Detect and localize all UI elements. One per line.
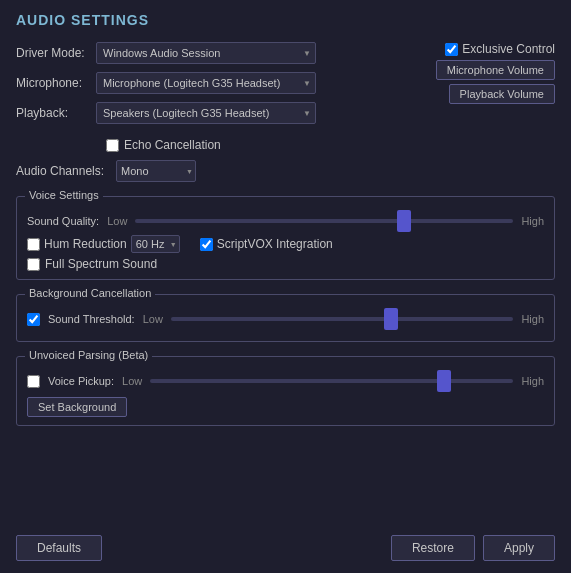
- playback-select[interactable]: Speakers (Logitech G35 Headset): [96, 102, 316, 124]
- audio-channels-row: Audio Channels: Mono Stereo: [16, 160, 555, 182]
- driver-mode-select-wrapper: Windows Audio Session: [96, 42, 316, 64]
- exclusive-control-checkbox[interactable]: [445, 43, 458, 56]
- audio-channels-select[interactable]: Mono Stereo: [116, 160, 196, 182]
- microphone-volume-button[interactable]: Microphone Volume: [436, 60, 555, 80]
- unvoiced-parsing-section: Unvoiced Parsing (Beta) Voice Pickup: Lo…: [16, 356, 555, 426]
- defaults-button[interactable]: Defaults: [16, 535, 102, 561]
- hz-select-wrapper: 60 Hz 50 Hz: [131, 235, 180, 253]
- sound-quality-slider-container: [135, 211, 513, 231]
- sound-threshold-row: Sound Threshold: Low High: [27, 309, 544, 329]
- top-right-area: Exclusive Control Microphone Volume Play…: [436, 42, 555, 128]
- set-background-button[interactable]: Set Background: [27, 397, 127, 417]
- apply-button[interactable]: Apply: [483, 535, 555, 561]
- hum-reduction-label: Hum Reduction: [44, 237, 127, 251]
- voice-pickup-slider[interactable]: [150, 379, 513, 383]
- voice-options-row: Hum Reduction 60 Hz 50 Hz ScriptVOX Inte…: [27, 235, 544, 253]
- voice-pickup-high: High: [521, 375, 544, 387]
- bottom-buttons: Defaults Restore Apply: [16, 527, 555, 561]
- voice-settings-legend: Voice Settings: [25, 189, 103, 201]
- audio-settings-panel: AUDIO SETTINGS Driver Mode: Windows Audi…: [0, 0, 571, 573]
- right-btn-group: Restore Apply: [391, 535, 555, 561]
- page-title: AUDIO SETTINGS: [16, 12, 555, 28]
- driver-mode-row: Driver Mode: Windows Audio Session: [16, 42, 426, 64]
- driver-mode-select[interactable]: Windows Audio Session: [96, 42, 316, 64]
- sound-quality-high: High: [521, 215, 544, 227]
- set-background-area: Set Background: [27, 397, 544, 417]
- voice-pickup-low: Low: [122, 375, 142, 387]
- sound-quality-row: Sound Quality: Low High: [27, 211, 544, 231]
- sound-quality-low: Low: [107, 215, 127, 227]
- scriptvox-label: ScriptVOX Integration: [217, 237, 333, 251]
- hum-reduction-checkbox[interactable]: [27, 238, 40, 251]
- sound-threshold-slider[interactable]: [171, 317, 514, 321]
- echo-cancellation-checkbox[interactable]: [106, 139, 119, 152]
- voice-pickup-slider-container: [150, 371, 513, 391]
- voice-pickup-row: Voice Pickup: Low High: [27, 371, 544, 391]
- playback-row: Playback: Speakers (Logitech G35 Headset…: [16, 102, 426, 124]
- voice-settings-section: Voice Settings Sound Quality: Low High H…: [16, 196, 555, 280]
- driver-mode-label: Driver Mode:: [16, 46, 96, 60]
- hum-reduction-option: Hum Reduction 60 Hz 50 Hz: [27, 235, 180, 253]
- scriptvox-option: ScriptVOX Integration: [200, 237, 333, 251]
- playback-select-wrapper: Speakers (Logitech G35 Headset): [96, 102, 316, 124]
- echo-cancellation-label: Echo Cancellation: [124, 138, 221, 152]
- sound-threshold-label: Sound Threshold:: [48, 313, 135, 325]
- restore-button[interactable]: Restore: [391, 535, 475, 561]
- exclusive-control-label: Exclusive Control: [462, 42, 555, 56]
- hz-select[interactable]: 60 Hz 50 Hz: [131, 235, 180, 253]
- scriptvox-checkbox[interactable]: [200, 238, 213, 251]
- audio-channels-select-wrapper: Mono Stereo: [116, 160, 196, 182]
- sound-quality-slider[interactable]: [135, 219, 513, 223]
- playback-label: Playback:: [16, 106, 96, 120]
- unvoiced-parsing-legend: Unvoiced Parsing (Beta): [25, 349, 152, 361]
- voice-pickup-label: Voice Pickup:: [48, 375, 114, 387]
- full-spectrum-checkbox[interactable]: [27, 258, 40, 271]
- echo-cancellation-row: Echo Cancellation: [106, 138, 555, 152]
- microphone-label: Microphone:: [16, 76, 96, 90]
- playback-volume-button[interactable]: Playback Volume: [449, 84, 555, 104]
- sound-threshold-high: High: [521, 313, 544, 325]
- full-spectrum-row: Full Spectrum Sound: [27, 257, 544, 271]
- microphone-select[interactable]: Microphone (Logitech G35 Headset): [96, 72, 316, 94]
- sound-threshold-checkbox[interactable]: [27, 313, 40, 326]
- audio-channels-label: Audio Channels:: [16, 164, 106, 178]
- microphone-row: Microphone: Microphone (Logitech G35 Hea…: [16, 72, 426, 94]
- voice-pickup-checkbox[interactable]: [27, 375, 40, 388]
- full-spectrum-label: Full Spectrum Sound: [45, 257, 157, 271]
- background-cancellation-legend: Background Cancellation: [25, 287, 155, 299]
- background-cancellation-section: Background Cancellation Sound Threshold:…: [16, 294, 555, 342]
- microphone-select-wrapper: Microphone (Logitech G35 Headset): [96, 72, 316, 94]
- sound-threshold-low: Low: [143, 313, 163, 325]
- exclusive-control-row: Exclusive Control: [445, 42, 555, 56]
- sound-threshold-slider-container: [171, 309, 514, 329]
- sound-quality-label: Sound Quality:: [27, 215, 99, 227]
